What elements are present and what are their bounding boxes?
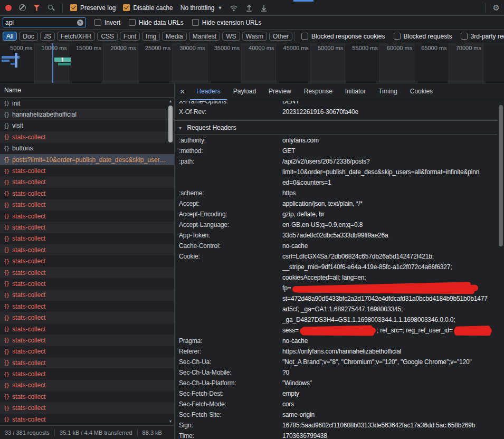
request-row[interactable]: {}stats-collect xyxy=(0,391,174,402)
request-row[interactable]: {}stats-collect xyxy=(0,357,174,368)
request-row[interactable]: {}stats-collect xyxy=(0,335,174,346)
tab-initiator[interactable]: Initiator xyxy=(339,83,372,100)
clear-log-icon[interactable] xyxy=(19,4,26,11)
header-row: Cookie:csrf=LdfcGX4Sa72db06824c657db26a5… xyxy=(175,251,498,336)
filter-chip-all[interactable]: All xyxy=(3,32,17,41)
header-value: same-origin xyxy=(282,409,498,420)
checkbox-checked-icon[interactable] xyxy=(70,4,77,11)
request-row[interactable]: {}stats-collect xyxy=(0,380,174,391)
request-list-scrollbar[interactable]: ▲ ▼ xyxy=(167,98,174,425)
checkbox-unchecked-icon[interactable] xyxy=(192,19,199,26)
checkbox-unchecked-icon[interactable] xyxy=(129,19,136,26)
tab-timing[interactable]: Timing xyxy=(372,83,404,100)
request-row[interactable]: {}stats-collect xyxy=(0,244,174,255)
request-row[interactable]: {}stats-collect xyxy=(0,211,174,222)
request-row[interactable]: {}stats-collect xyxy=(0,301,174,312)
request-row[interactable]: {}stats-collect xyxy=(0,414,174,425)
request-row[interactable]: {}stats-collect xyxy=(0,323,174,335)
search-icon[interactable] xyxy=(47,4,55,12)
request-header-rows: :authority:onlyfans.com:method:GET:path:… xyxy=(175,135,498,439)
request-row[interactable]: {}init xyxy=(0,98,174,109)
throttling-select[interactable]: No throttling ▼ xyxy=(180,4,223,12)
filter-input[interactable]: api × xyxy=(3,17,86,27)
json-icon: {} xyxy=(4,315,9,321)
hide-data-urls-checkbox[interactable]: Hide data URLs xyxy=(129,19,184,26)
request-row[interactable]: {}stats-collect xyxy=(0,165,174,176)
checkbox-unchecked-icon[interactable] xyxy=(301,33,308,40)
filter-chip-media[interactable]: Media xyxy=(162,32,187,41)
request-row[interactable]: {}stats-collect xyxy=(0,267,174,278)
tab-headers[interactable]: Headers xyxy=(190,83,226,100)
request-name: stats-collect xyxy=(12,314,45,321)
tab-cookies[interactable]: Cookies xyxy=(404,83,439,100)
scroll-up-icon[interactable]: ▲ xyxy=(167,99,174,104)
request-row[interactable]: {}stats-collect xyxy=(0,368,174,379)
checkbox-checked-icon[interactable] xyxy=(123,4,130,11)
record-button[interactable] xyxy=(5,5,12,11)
close-details-icon[interactable]: × xyxy=(180,84,185,100)
header-name: Accept: xyxy=(179,198,282,209)
request-row[interactable]: {}visit xyxy=(0,120,174,131)
overview-timeline[interactable]: 5000 ms10000 ms15000 ms20000 ms25000 ms3… xyxy=(0,43,504,83)
timeline-tick-label: 60000 ms xyxy=(387,45,412,51)
request-row[interactable]: {}stats-collect xyxy=(0,188,174,199)
export-har-icon[interactable] xyxy=(260,4,268,12)
filter-checkbox-blocked-requests[interactable]: Blocked requests xyxy=(394,33,452,40)
json-icon: {} xyxy=(4,134,9,140)
request-row[interactable]: {}stats-collect xyxy=(0,312,174,323)
tab-response[interactable]: Response xyxy=(298,83,339,100)
request-row[interactable]: {}stats-collect xyxy=(0,346,174,357)
checkbox-unchecked-icon[interactable] xyxy=(94,19,101,26)
request-headers-section[interactable]: ▾ Request Headers xyxy=(175,120,498,135)
filter-chip-manifest[interactable]: Manifest xyxy=(189,32,220,41)
name-column-header[interactable]: Name xyxy=(0,83,174,98)
request-row[interactable]: {}stats-collect xyxy=(0,199,174,211)
request-row[interactable]: {}posts?limit=10&order=publish_date_desc… xyxy=(0,154,174,165)
chevron-down-icon: ▼ xyxy=(217,5,222,11)
request-row[interactable]: {}stats-collect xyxy=(0,177,174,188)
preserve-log-checkbox[interactable]: Preserve log xyxy=(70,4,116,12)
network-filter-bar: api × Invert Hide data URLs Hide extensi… xyxy=(0,16,504,30)
request-row[interactable]: {}stats-collect xyxy=(0,278,174,289)
scroll-down-icon[interactable]: ▼ xyxy=(167,419,174,424)
filter-chip-css[interactable]: CSS xyxy=(97,32,118,41)
hide-extension-urls-checkbox[interactable]: Hide extension URLs xyxy=(192,19,262,26)
scrollbar-thumb[interactable] xyxy=(499,105,503,246)
filter-chip-doc[interactable]: Doc xyxy=(19,32,37,41)
header-value: onlyfans.com xyxy=(282,135,498,146)
header-name: :path: xyxy=(179,156,282,188)
checkbox-unchecked-icon[interactable] xyxy=(461,33,468,40)
filter-chip-other[interactable]: Other xyxy=(269,32,292,41)
request-row[interactable]: {}stats-collect xyxy=(0,403,174,414)
filter-chip-fetch-xhr[interactable]: Fetch/XHR xyxy=(57,32,96,41)
filter-icon[interactable] xyxy=(33,5,40,11)
request-row[interactable]: {}buttons xyxy=(0,143,174,154)
scrollbar-thumb[interactable] xyxy=(168,106,173,142)
filter-chip-img[interactable]: Img xyxy=(142,32,160,41)
request-row[interactable]: {}hannahelizabethofficial xyxy=(0,109,174,120)
disable-cache-checkbox[interactable]: Disable cache xyxy=(123,4,173,12)
redaction-mark xyxy=(454,328,492,335)
network-conditions-icon[interactable] xyxy=(230,4,238,12)
settings-gear-icon[interactable]: ⚙ xyxy=(493,3,500,13)
request-row[interactable]: {}stats-collect xyxy=(0,131,174,142)
filter-chip-ws[interactable]: WS xyxy=(222,32,240,41)
filter-chip-js[interactable]: JS xyxy=(40,32,55,41)
request-row[interactable]: {}stats-collect xyxy=(0,222,174,233)
filter-chip-font[interactable]: Font xyxy=(120,32,140,41)
details-scrollbar[interactable] xyxy=(498,101,504,439)
invert-checkbox[interactable]: Invert xyxy=(94,19,120,26)
import-har-icon[interactable] xyxy=(245,4,253,12)
tab-preview[interactable]: Preview xyxy=(262,83,298,100)
request-name: stats-collect xyxy=(12,337,45,344)
filter-checkbox-3rd-party-requests[interactable]: 3rd-party requests xyxy=(461,33,504,40)
request-row[interactable]: {}stats-collect xyxy=(0,255,174,266)
clear-filter-icon[interactable]: × xyxy=(77,20,83,26)
request-name: stats-collect xyxy=(12,416,45,423)
checkbox-unchecked-icon[interactable] xyxy=(394,33,401,40)
request-row[interactable]: {}stats-collect xyxy=(0,233,174,244)
filter-chip-wasm[interactable]: Wasm xyxy=(242,32,268,41)
tab-payload[interactable]: Payload xyxy=(227,83,262,100)
filter-checkbox-blocked-response-cookies[interactable]: Blocked response cookies xyxy=(301,33,385,40)
request-row[interactable]: {}stats-collect xyxy=(0,290,174,301)
